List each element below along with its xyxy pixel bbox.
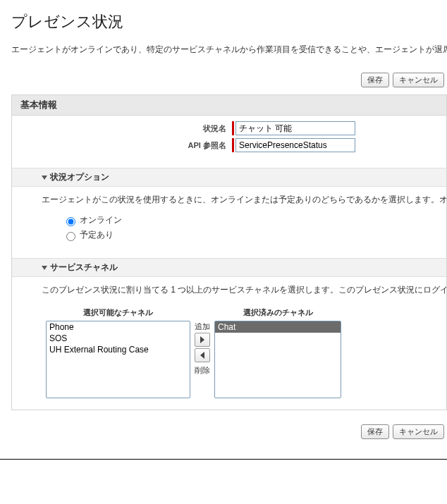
online-radio-label: オンライン	[80, 214, 122, 226]
status-name-input[interactable]	[235, 121, 355, 135]
chevron-down-icon	[42, 266, 47, 270]
basic-info-form: 状況名 API 参照名	[12, 116, 446, 158]
basic-info-header: 基本情報	[12, 94, 446, 116]
selected-channels-list[interactable]: Chat	[214, 321, 341, 398]
available-channels-title: 選択可能なチャネル	[83, 307, 153, 318]
busy-radio[interactable]	[66, 232, 75, 241]
status-options-header[interactable]: 状況オプション	[12, 168, 446, 187]
busy-radio-label: 予定あり	[80, 229, 114, 241]
online-radio[interactable]	[66, 217, 75, 226]
page-title: プレゼンス状況	[11, 11, 447, 32]
list-item[interactable]: UH External Routing Case	[47, 344, 190, 355]
cancel-button[interactable]: キャンセル	[393, 424, 444, 439]
save-button[interactable]: 保存	[361, 73, 389, 87]
bottom-button-row: 保存 キャンセル	[11, 410, 447, 445]
api-name-label: API 参照名	[20, 140, 232, 151]
selected-channels-title: 選択済みのチャネル	[243, 307, 313, 318]
remove-label: 削除	[195, 365, 210, 376]
busy-radio-row[interactable]: 予定あり	[63, 229, 438, 241]
save-button[interactable]: 保存	[361, 424, 389, 439]
required-indicator	[232, 121, 234, 135]
top-button-row: 保存 キャンセル	[11, 68, 447, 94]
service-channels-title: サービスチャネル	[50, 262, 118, 272]
available-channels-list[interactable]: PhoneSOSUH External Routing Case	[46, 321, 190, 398]
arrow-left-icon	[200, 352, 205, 359]
online-radio-row[interactable]: オンライン	[63, 214, 438, 226]
add-button[interactable]	[195, 333, 210, 347]
add-label: 追加	[195, 321, 210, 332]
status-radio-group: オンライン 予定あり	[12, 214, 446, 248]
service-channels-description: このプレゼンス状況に割り当てる 1 つ以上のサービスチャネルを選択します。このプ…	[12, 277, 446, 302]
cancel-button[interactable]: キャンセル	[393, 73, 444, 87]
list-item[interactable]: SOS	[47, 333, 190, 344]
page-description: エージェントがオンラインであり、特定のサービスチャネルから作業項目を受信できるこ…	[11, 44, 447, 56]
chevron-down-icon	[42, 176, 47, 180]
required-indicator	[232, 138, 234, 152]
api-name-input[interactable]	[235, 138, 355, 152]
status-options-title: 状況オプション	[50, 172, 109, 182]
list-item[interactable]: Phone	[47, 321, 190, 333]
service-channels-header[interactable]: サービスチャネル	[12, 258, 446, 277]
list-item[interactable]: Chat	[215, 321, 341, 333]
status-name-label: 状況名	[20, 123, 232, 134]
remove-button[interactable]	[195, 348, 210, 362]
arrow-right-icon	[200, 336, 205, 343]
dual-listbox: 選択可能なチャネル PhoneSOSUH External Routing Ca…	[12, 302, 446, 410]
status-options-description: エージェントがこの状況を使用するときに、オンラインまたは予定ありのどちらであるか…	[12, 187, 446, 211]
main-panel: 基本情報 状況名 API 参照名 状況オプション エージェントがこの状況を使用す…	[11, 94, 447, 410]
